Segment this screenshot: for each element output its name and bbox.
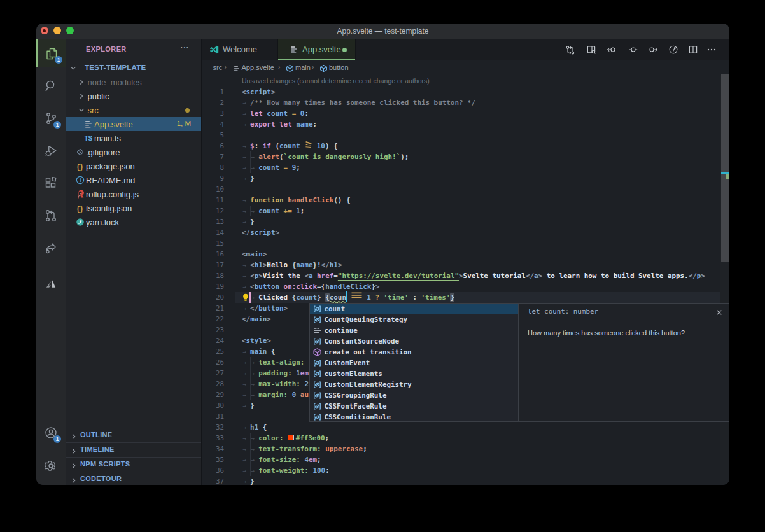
activity-bar-item-source-control[interactable]: 1	[36, 104, 66, 132]
tree-item-readme-md[interactable]: README.md	[66, 173, 201, 187]
code-token: 10	[317, 142, 325, 150]
breadcrumb-item[interactable]: src	[213, 64, 223, 71]
code-token: >	[284, 304, 288, 312]
svelte-file-icon	[83, 119, 94, 129]
tree-item-public[interactable]: public	[66, 89, 201, 103]
tree-item-label: App.svelte	[94, 120, 133, 129]
suggest-item-cssgroupingrule[interactable]: CSSGroupingRule	[310, 390, 518, 401]
breadcrumb-item[interactable]: button	[329, 64, 349, 71]
code-line-content: }	[250, 400, 255, 411]
activity-bar-item-settings[interactable]	[36, 452, 66, 480]
code-token: </	[242, 315, 250, 323]
suggest-docs-signature: let count: number	[528, 307, 598, 316]
activity-bar-item-accounts[interactable]: 1	[36, 419, 66, 447]
debug-icon	[43, 143, 59, 158]
code-token: `count is dangerously high!`	[284, 153, 401, 161]
code-token: ;	[300, 207, 305, 215]
tree-item-rollup-config-js[interactable]: rollup.config.js	[66, 187, 201, 201]
breadcrumb-item[interactable]: main	[295, 64, 311, 71]
svg-text:TS: TS	[85, 135, 93, 142]
suggest-item-customevent[interactable]: CustomEvent	[310, 358, 518, 368]
activity-bar-item-azure[interactable]	[36, 270, 66, 298]
suggest-item-cssconditionrule[interactable]: CSSConditionRule	[310, 412, 518, 423]
tree-item-yarn-lock[interactable]: yarn.lock	[66, 215, 201, 229]
line-number: 21	[202, 303, 224, 314]
suggest-item-create_out_transition[interactable]: create_out_transition	[310, 347, 518, 358]
line-number: 17	[202, 260, 224, 270]
split-editor-icon[interactable]	[688, 45, 698, 55]
scrollbar-slider[interactable]	[721, 74, 729, 262]
section-label: NPM SCRIPTS	[80, 460, 130, 468]
triple-equals-ligature	[351, 291, 363, 302]
tree-item-label: main.ts	[94, 134, 121, 143]
tree-item-app-svelte[interactable]: App.svelte1, M	[66, 117, 201, 131]
line-number: 11	[202, 195, 224, 206]
editor-group: WelcomeApp.svelte src›App.svelte›main›bu…	[201, 39, 729, 485]
whitespace-tab-arrow: →	[243, 422, 247, 433]
code-token: >	[375, 283, 380, 291]
breadcrumb-item[interactable]: App.svelte	[242, 64, 274, 71]
line-number: 8	[202, 162, 224, 173]
whitespace-tab-arrow: →	[251, 389, 255, 400]
tree-item-label: yarn.lock	[86, 218, 119, 227]
code-token: }	[250, 477, 255, 486]
line-number: 15	[202, 238, 224, 249]
code-token: let	[250, 109, 263, 118]
suggest-item-continue[interactable]: continue	[310, 325, 518, 336]
code-line-content: }	[250, 173, 255, 184]
close-icon[interactable]	[716, 307, 724, 314]
vscode-logo-icon	[209, 45, 220, 57]
tree-item-node-modules[interactable]: node_modules	[66, 75, 201, 89]
activity-bar-item-run-debug[interactable]	[36, 137, 66, 165]
project-root-row[interactable]: TEST-TEMPLATE	[66, 61, 201, 75]
sidebar-more-actions-icon[interactable]: ⋯	[180, 42, 190, 52]
code-line-5: 5	[202, 130, 729, 141]
suggest-item-constantsourcenode[interactable]: ConstantSourceNode	[310, 336, 518, 347]
activity-bar-item-github-pr[interactable]	[36, 202, 66, 230]
sidebar-section-timeline[interactable]: TIMELINE	[66, 442, 201, 457]
code-line-content: text-transform: uppercase;	[258, 444, 367, 454]
lightbulb-icon[interactable]	[242, 293, 249, 302]
tree-item-tsconfig-json[interactable]: {}tsconfig.json	[66, 201, 201, 215]
suggest-item-count[interactable]: count	[310, 304, 518, 314]
sidebar-section-codetour[interactable]: CODETOUR	[66, 472, 201, 485]
color-swatch[interactable]	[288, 435, 294, 441]
tree-item-src[interactable]: src	[66, 103, 201, 117]
git-icon	[75, 147, 85, 157]
suggest-item-customelementregistry[interactable]: CustomElementRegistry	[310, 379, 518, 390]
suggest-item-countqueuingstrategy[interactable]: CountQueuingStrategy	[310, 314, 518, 325]
code-token: ) {	[325, 142, 338, 150]
navigate-forward-icon[interactable]	[648, 45, 658, 55]
whitespace-tab-arrow: →	[243, 433, 247, 444]
tab-app-svelte[interactable]: App.svelte	[278, 39, 355, 59]
code-token-with-squiggle: coun	[330, 293, 346, 302]
code-token: ;	[325, 466, 330, 475]
section-label: TIMELINE	[80, 445, 115, 453]
whitespace-tab-arrow: →	[251, 368, 255, 379]
sidebar-section-npm-scripts[interactable]: NPM SCRIPTS	[66, 457, 201, 472]
tree-item-package-json[interactable]: {}package.json	[66, 159, 201, 173]
tree-item--gitignore[interactable]: .gitignore	[66, 145, 201, 159]
activity-bar-item-live-share[interactable]	[36, 234, 66, 262]
code-area[interactable]: Unsaved changes (cannot determine recent…	[202, 75, 729, 485]
tab-welcome[interactable]: Welcome	[202, 39, 277, 59]
timeline-icon[interactable]	[668, 45, 678, 55]
tree-item-main-ts[interactable]: TSmain.ts	[66, 131, 201, 145]
code-token: Svelte tutorial	[463, 272, 526, 280]
suggest-item-customelements[interactable]: customElements	[310, 368, 518, 379]
open-preview-icon[interactable]	[586, 45, 596, 55]
suggest-item-cssfontfacerule[interactable]: CSSFontFaceRule	[310, 401, 518, 412]
activity-bar-item-explorer[interactable]: 1	[36, 39, 67, 67]
navigate-back-icon[interactable]	[607, 45, 617, 55]
blame-annotation: Unsaved changes (cannot determine recent…	[242, 77, 430, 85]
chevron-right-icon	[78, 92, 85, 100]
activity-bar-item-search[interactable]	[36, 72, 66, 100]
code-token: }	[317, 293, 325, 302]
sidebar-section-outline[interactable]: OUTLINE	[66, 428, 201, 442]
more-actions-icon[interactable]	[706, 45, 717, 55]
whitespace-tab-arrow: →	[243, 162, 247, 173]
current-position-icon[interactable]	[628, 45, 638, 55]
compare-changes-icon[interactable]	[565, 45, 575, 55]
activity-bar-item-extensions[interactable]	[36, 169, 66, 197]
screenshot-stage: App.svelte — test-template 111 EXPLORER …	[0, 0, 765, 532]
